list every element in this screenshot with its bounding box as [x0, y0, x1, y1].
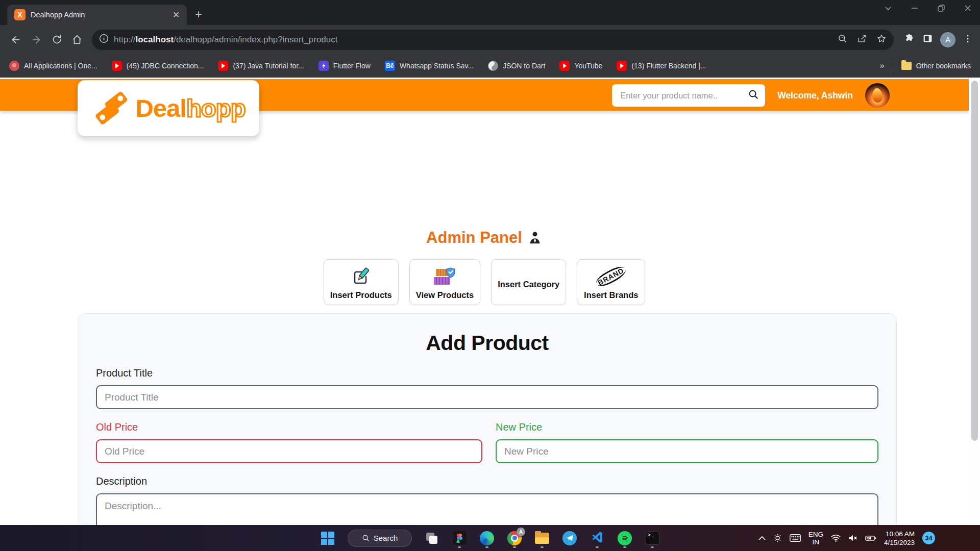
- chrome-app-button[interactable]: A: [507, 528, 522, 548]
- user-avatar[interactable]: [865, 83, 890, 108]
- restore-button[interactable]: [937, 4, 945, 12]
- product-search-input[interactable]: [620, 91, 744, 101]
- spotify-app-button[interactable]: [617, 528, 632, 548]
- minimize-button[interactable]: [911, 4, 919, 12]
- telegram-app-button[interactable]: [562, 528, 577, 548]
- side-panel-icon[interactable]: [922, 33, 933, 46]
- close-window-button[interactable]: [964, 4, 972, 12]
- address-bar[interactable]: http://localhost/dealhopp/admin/index.ph…: [92, 30, 894, 50]
- windows-logo-icon: [321, 532, 334, 545]
- bookmark-item[interactable]: (45) JDBC Connection...: [112, 61, 204, 71]
- new-price-input[interactable]: [496, 439, 878, 463]
- terminal-app-button[interactable]: >_: [645, 528, 660, 548]
- menu-kebab-icon[interactable]: [963, 34, 973, 46]
- home-button[interactable]: [68, 31, 86, 48]
- bookmarks-bar: All Applications | One... (45) JDBC Conn…: [0, 54, 980, 78]
- search-icon[interactable]: [748, 89, 759, 102]
- bookmark-item[interactable]: JSON to Dart: [488, 61, 545, 71]
- browser-tab[interactable]: X Dealhopp Admin ✕: [7, 5, 187, 25]
- file-explorer-button[interactable]: [534, 528, 550, 548]
- zoom-icon[interactable]: [838, 34, 848, 46]
- language-indicator[interactable]: ENGIN: [808, 531, 823, 546]
- bookmark-item[interactable]: YouTube: [559, 61, 602, 71]
- chrome-profile-badge: A: [517, 528, 525, 536]
- containers-shield-icon: [433, 266, 456, 287]
- tab-strip: X Dealhopp Admin ✕ +: [0, 0, 980, 25]
- admin-nav-cards: Insert Products View Products Insert Cat…: [0, 259, 969, 305]
- description-textarea[interactable]: [96, 493, 878, 525]
- notification-count-badge[interactable]: 34: [922, 532, 935, 544]
- card-label: Insert Products: [330, 290, 392, 300]
- flutterflow-icon: [318, 61, 329, 71]
- bookmark-item[interactable]: (37) Java Tutorial for...: [218, 61, 304, 71]
- folder-icon: [901, 62, 912, 70]
- profile-avatar[interactable]: A: [940, 32, 955, 47]
- bookmark-label: (45) JDBC Connection...: [127, 62, 204, 70]
- bookmarks-overflow-chevron[interactable]: »: [879, 61, 884, 71]
- search-label: Search: [374, 534, 398, 542]
- touch-keyboard-icon[interactable]: [790, 534, 801, 542]
- start-button[interactable]: [320, 528, 335, 548]
- brightness-icon[interactable]: [773, 534, 782, 542]
- tray-chevron-up-icon[interactable]: [758, 536, 766, 540]
- back-button[interactable]: [7, 31, 24, 48]
- telegram-icon: [562, 531, 577, 545]
- youtube-icon: [617, 61, 627, 71]
- bookmark-item[interactable]: BēWhatsapp Status Sav...: [385, 61, 474, 71]
- share-icon[interactable]: [857, 34, 867, 46]
- bookmark-item[interactable]: Flutter Flow: [318, 61, 371, 71]
- wifi-icon[interactable]: [831, 534, 841, 542]
- insert-products-card[interactable]: Insert Products: [324, 259, 399, 305]
- vscode-icon: [591, 531, 604, 546]
- volume-muted-icon[interactable]: [848, 534, 857, 542]
- task-view-button[interactable]: [424, 528, 439, 548]
- vscode-app-button[interactable]: [590, 528, 605, 548]
- clock[interactable]: 10:06 AM4/15/2023: [884, 530, 915, 547]
- bookmark-item[interactable]: All Applications | One...: [9, 61, 97, 71]
- taskbar-search[interactable]: Search: [348, 530, 412, 547]
- reload-button[interactable]: [48, 31, 65, 48]
- tab-close-icon[interactable]: ✕: [170, 9, 182, 20]
- youtube-icon: [112, 61, 122, 71]
- bookmark-label: YouTube: [574, 62, 602, 70]
- card-label: View Products: [416, 290, 474, 300]
- admin-panel-heading: Admin Panel: [0, 229, 969, 247]
- youtube-icon: [559, 61, 570, 71]
- card-label: Insert Brands: [584, 290, 638, 300]
- bookmark-star-icon[interactable]: [876, 34, 887, 46]
- windows-taskbar: Search A >_ ENGIN 10:06 AM4/15/2023 34: [0, 525, 980, 551]
- file-explorer-icon: [535, 533, 549, 544]
- bookmark-item[interactable]: (13) Flutter Backend |...: [617, 61, 706, 71]
- terminal-icon: >_: [646, 531, 659, 545]
- extensions-puzzle-icon[interactable]: [904, 33, 915, 46]
- battery-charging-icon[interactable]: [865, 535, 876, 542]
- bookmark-label: Whatsapp Status Sav...: [400, 62, 474, 70]
- browser-window: X Dealhopp Admin ✕ + http://localhost/de…: [0, 0, 980, 551]
- old-price-input[interactable]: [96, 439, 482, 463]
- bookmark-label: All Applications | One...: [24, 62, 97, 70]
- bookmark-label: Flutter Flow: [333, 62, 371, 70]
- insert-category-card[interactable]: Insert Category: [491, 259, 566, 305]
- edge-app-button[interactable]: [479, 528, 495, 548]
- brand-stamp-icon: BRAND: [595, 266, 627, 287]
- description-label: Description: [96, 475, 878, 487]
- divider: [893, 60, 893, 71]
- new-price-label: New Price: [496, 421, 878, 433]
- product-title-input[interactable]: [96, 385, 878, 409]
- tab-title: Dealhopp Admin: [31, 11, 165, 19]
- insert-brands-card[interactable]: BRAND Insert Brands: [577, 259, 645, 305]
- site-info-icon[interactable]: [99, 34, 109, 45]
- tab-search-chevron-icon[interactable]: [884, 4, 892, 12]
- onecompiler-icon: [9, 61, 19, 71]
- forward-button[interactable]: [28, 31, 45, 48]
- page-content: Welcome, Ashwin Dealhopp Admin Panel Ins…: [0, 78, 980, 525]
- scrollbar-thumb[interactable]: [971, 81, 978, 441]
- header-search-box[interactable]: [612, 84, 765, 107]
- new-tab-button[interactable]: +: [190, 6, 207, 23]
- figma-icon: [453, 531, 467, 545]
- browser-toolbar: http://localhost/dealhopp/admin/index.ph…: [0, 25, 980, 54]
- other-bookmarks-button[interactable]: Other bookmarks: [901, 62, 971, 70]
- figma-app-button[interactable]: [452, 528, 467, 548]
- view-products-card[interactable]: View Products: [409, 259, 480, 305]
- site-logo[interactable]: Dealhopp: [78, 80, 259, 136]
